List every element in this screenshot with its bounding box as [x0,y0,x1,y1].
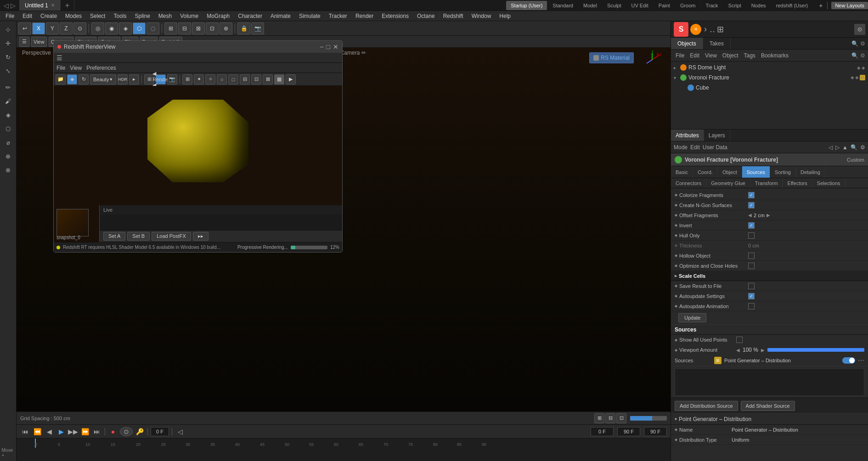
new-layouts-btn[interactable]: New Layouts [831,2,868,9]
attr-sub-sources[interactable]: Sources [742,166,770,178]
rw-refresh-icon[interactable]: ↻ [79,74,89,84]
layout-tab-nodes[interactable]: Nodes [747,1,771,10]
rw-set-b-btn[interactable]: Set B [127,232,150,241]
attr-nav-forward[interactable]: ▷ [835,144,840,151]
attr-mode-item-userdata[interactable]: User Data [703,144,727,151]
attr-search[interactable]: 🔍 [851,144,857,151]
menu-redshift[interactable]: Redshift [440,12,467,20]
back-icon[interactable]: ◁ [4,2,9,9]
pivot-icon[interactable]: ⊛ [220,22,232,34]
layout-tab-redshift[interactable]: redshift (User) [772,1,813,10]
rp-view-menu[interactable]: View [703,51,719,60]
point-icon[interactable]: ◉ [105,22,118,34]
zoom-bar[interactable] [630,416,667,421]
layout-tab-startup[interactable]: Startup (User) [506,1,547,10]
rw-lut-icon[interactable]: ⊠ [263,74,273,84]
rw-sq-icon[interactable]: □ [228,74,238,84]
layout-tab-groom[interactable]: Groom [676,1,700,10]
ngon-checkbox[interactable] [748,202,755,208]
add-distribution-source-btn[interactable]: Add Distribution Source [675,401,738,411]
axis-z-btn[interactable]: Z [60,22,73,34]
sidebar-scale-icon[interactable]: ⤡ [2,64,15,77]
nurbs-icon[interactable]: ◌ [147,22,159,34]
attr-gear[interactable]: ⚙ [860,144,865,151]
rp-tags-menu[interactable]: Tags [742,51,757,60]
menu-render[interactable]: Render [352,12,377,20]
rw-star-icon[interactable]: ✧ [205,74,215,84]
sidebar-rotate-icon[interactable]: ↻ [2,51,15,63]
rw-view-icon[interactable]: ✦ [194,74,204,84]
tl-next-btn[interactable]: ▶▶ [68,427,78,437]
sidebar-knife-icon[interactable]: ⌀ [2,136,15,149]
add-layout-btn[interactable]: + [816,2,825,9]
rw-hdr-icon[interactable]: HDR [118,74,128,84]
orient-icon[interactable]: ◎ [91,22,104,34]
tl-next-key-btn[interactable]: ⏩ [80,427,90,437]
rw-open-icon[interactable]: 📁 [56,74,66,84]
axis-y-btn[interactable]: Y [46,22,59,34]
sidebar-poly-icon[interactable]: ⬡ [2,122,15,135]
menu-character[interactable]: Character [234,12,266,20]
snap-icon[interactable]: ⊠ [192,22,205,34]
rp-settings2-icon[interactable]: ⚙ [860,52,865,59]
source-toggle[interactable] [842,357,855,364]
attr-sub-object[interactable]: Object [718,166,742,178]
menu-modes[interactable]: Modes [62,12,85,20]
rw-hamburger-icon[interactable]: ☰ [56,54,62,62]
tl-key-btn[interactable]: ⊙ [120,427,133,436]
source-dots[interactable]: ⋯ [858,357,864,364]
tl-rec-icon[interactable]: ● [108,427,118,437]
axis-x-btn[interactable]: X [32,22,45,34]
update-button[interactable]: Update [678,313,706,322]
lock-icon[interactable]: 🔒 [237,22,250,34]
autoupdateanim-checkbox[interactable] [748,303,755,309]
tl-end-btn[interactable]: ⏭ [92,427,102,437]
camera-icon[interactable]: 📷 [251,22,264,34]
tab-close-btn[interactable]: ✕ [51,3,55,8]
tree-rs-dome[interactable]: ▸ RS Dome Light ◈ ◈ [671,62,868,73]
tl-auto-key-btn[interactable]: 🔑 [135,427,145,437]
attr-sub-coord[interactable]: Coord. [693,166,718,178]
menu-select[interactable]: Select [86,12,109,20]
sidebar-sculpt-icon[interactable]: ◈ [2,108,15,121]
menu-create[interactable]: Create [37,12,61,20]
show-all-checkbox[interactable] [736,337,743,343]
sidebar-brush-icon[interactable]: 🖌 [2,95,15,107]
attr-sub-basic[interactable]: Basic [671,166,693,178]
sidebar-pen-icon[interactable]: ✏ [2,81,15,94]
attr-tab-layers[interactable]: Layers [704,129,730,141]
rw-render-btn[interactable]: ◀ Render ◀ [156,74,166,84]
rw-load-postfx-btn[interactable]: Load PostFX [152,232,191,241]
tl-start-frame[interactable] [591,427,614,436]
layout-tab-script[interactable]: Script [724,1,746,10]
attr-geom-glue[interactable]: Geometry Glue [706,178,750,188]
menu-edit[interactable]: Edit [19,12,36,20]
offset-arrow-right[interactable]: ▶ [767,213,770,218]
forward-icon[interactable]: ▷ [11,2,16,9]
attr-nav-back[interactable]: ◁ [829,144,833,151]
menu-animate[interactable]: Animate [267,12,294,20]
attr-sub-sorting[interactable]: Sorting [770,166,796,178]
attr-scale-cells-header[interactable]: Scale Cells [671,271,868,281]
transform-icon[interactable]: ⊡ [206,22,219,34]
optimize-checkbox[interactable] [748,263,755,269]
tl-prev-key-btn[interactable]: ⏪ [32,427,42,437]
layout-tab-paint[interactable]: Paint [654,1,675,10]
menu-help[interactable]: Help [496,12,514,20]
rw-dots-icon[interactable]: ⊞ [182,74,192,84]
viewport-arrow-right[interactable]: ▶ [761,348,765,353]
rw-arrow-icon[interactable]: ▸ [129,74,139,84]
layout-tab-uvedit[interactable]: UV Edit [627,1,653,10]
menu-simulate[interactable]: Simulate [295,12,324,20]
menu-mesh[interactable]: Mesh [155,12,175,20]
layout-tab-sculpt[interactable]: Sculpt [603,1,626,10]
attr-sub-detailing[interactable]: Detailing [796,166,825,178]
invert-checkbox[interactable] [748,222,755,229]
offset-arrow-left[interactable]: ◀ [748,213,752,218]
rw-extra-btn[interactable]: ▸▸ [193,232,209,241]
attr-mode-item-mode[interactable]: Mode [674,144,688,151]
rp-search-icon[interactable]: 🔍 [851,40,858,47]
hollow-checkbox[interactable] [748,253,755,259]
menu-tracker[interactable]: Tracker [325,12,351,20]
add-shader-source-btn[interactable]: Add Shader Source [741,401,795,411]
